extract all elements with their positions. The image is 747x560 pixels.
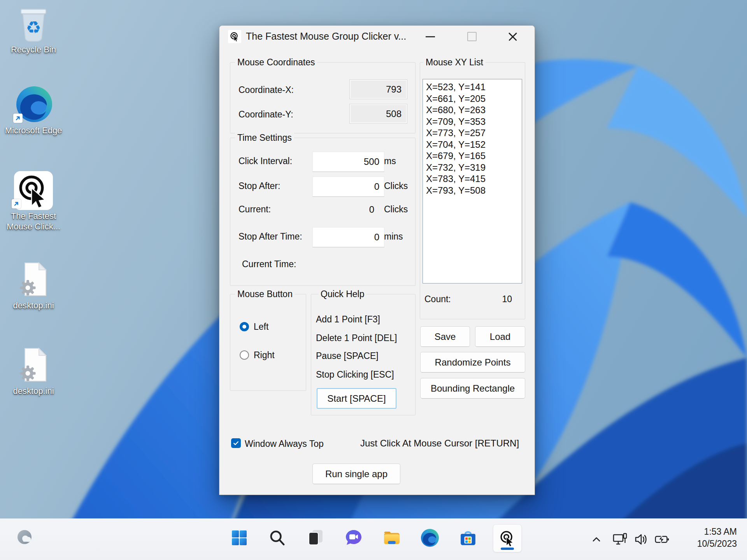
click-interval-input[interactable]: 500 <box>312 152 384 172</box>
ini-file-icon <box>15 260 52 299</box>
file-explorer-button[interactable] <box>379 524 404 551</box>
bounding-rectangle-button[interactable]: Bounding Rectangle <box>420 378 525 399</box>
list-item[interactable]: X=793, Y=508 <box>426 185 522 196</box>
group-label: Quick Help <box>318 289 366 299</box>
active-app-indicator <box>501 548 514 550</box>
stop-after-input[interactable]: 0 <box>312 177 384 197</box>
desktop-icon-edge[interactable]: Microsoft Edge <box>4 85 63 136</box>
window-always-top-checkbox[interactable] <box>231 438 241 448</box>
list-item[interactable]: X=783, Y=415 <box>426 173 522 185</box>
desktop-icon-label: Recycle Bin <box>4 44 63 55</box>
randomize-points-button[interactable]: Randomize Points <box>420 352 525 373</box>
edge-button[interactable] <box>417 524 442 551</box>
list-item[interactable]: X=661, Y=205 <box>426 93 522 105</box>
task-view-button[interactable] <box>303 524 328 551</box>
tray-time: 1:53 AM <box>697 526 737 538</box>
start-button-taskbar[interactable] <box>227 524 252 551</box>
radio-right[interactable] <box>240 350 249 360</box>
shortcut-arrow-icon <box>12 199 21 208</box>
group-label: Mouse XY List <box>423 57 486 68</box>
list-item[interactable]: X=523, Y=141 <box>426 81 522 93</box>
mouse-clicker-taskbar-button[interactable] <box>493 524 522 552</box>
radio-left[interactable] <box>240 322 249 331</box>
desktop-icon-label: Microsoft Edge <box>4 125 63 136</box>
radio-left-label[interactable]: Left <box>254 322 268 332</box>
mouse-clicker-icon <box>13 170 54 209</box>
list-item[interactable]: X=732, Y=319 <box>426 162 522 173</box>
taskbar-clock[interactable]: 1:53 AM 10/5/2023 <box>697 526 737 550</box>
list-item[interactable]: X=773, Y=257 <box>426 127 522 139</box>
stop-after-time-label: Stop After Time: <box>238 231 302 242</box>
list-item[interactable]: X=679, Y=165 <box>426 150 522 162</box>
start-icon <box>230 529 248 547</box>
tray-battery-button[interactable] <box>654 531 670 548</box>
coordinate-y-value: 508 <box>350 104 407 123</box>
volume-icon <box>633 531 649 548</box>
start-button[interactable]: Start [SPACE] <box>317 388 396 409</box>
run-single-app-button[interactable]: Run single app <box>312 464 400 484</box>
minimize-icon <box>426 36 435 37</box>
tray-volume-button[interactable] <box>633 531 649 548</box>
count-label: Count: <box>424 294 451 304</box>
desktop-icon-recycle-bin[interactable]: ♻ Recycle Bin <box>4 4 63 55</box>
maximize-icon <box>467 32 477 41</box>
coordinate-x-label: Coordinate-X: <box>238 85 294 95</box>
file-explorer-icon <box>382 528 402 548</box>
click-interval-unit: ms <box>384 156 396 166</box>
widgets-icon <box>15 528 35 548</box>
click-interval-label: Click Interval: <box>238 156 292 166</box>
battery-icon <box>654 531 670 548</box>
radio-right-label[interactable]: Right <box>254 350 275 360</box>
widgets-button[interactable] <box>12 524 37 551</box>
load-button[interactable]: Load <box>475 326 525 347</box>
svg-text:♻: ♻ <box>26 18 41 37</box>
cursor-hint-text: Just Click At Mouse Cursor [RETURN] <box>360 438 519 449</box>
stop-after-time-unit: mins <box>384 231 403 242</box>
coordinate-y-label: Coordinate-Y: <box>238 109 293 120</box>
list-item[interactable]: X=704, Y=152 <box>426 139 522 150</box>
xy-listbox[interactable]: X=523, Y=141 X=661, Y=205 X=680, Y=263 X… <box>423 79 522 284</box>
desktop-icon-mouse-clicker[interactable]: The Fastest Mouse Click... <box>4 170 63 232</box>
group-label: Time Settings <box>235 133 294 143</box>
chat-icon <box>344 528 363 547</box>
save-button[interactable]: Save <box>420 326 470 347</box>
window-always-top-label[interactable]: Window Always Top <box>245 439 324 449</box>
help-line: Stop Clicking [ESC] <box>316 369 394 380</box>
app-window: The Fastest Mouse Group Clicker v... Mou… <box>219 25 535 495</box>
edge-icon <box>15 85 52 124</box>
taskbar: 1:53 AM 10/5/2023 <box>0 518 747 560</box>
chat-button[interactable] <box>341 524 366 551</box>
close-button[interactable] <box>504 29 522 44</box>
desktop-icon-label: desktop.ini <box>4 300 63 311</box>
desktop-icon-ini-1[interactable]: desktop.ini <box>4 260 63 311</box>
current-unit: Clicks <box>384 204 408 215</box>
group-label: Mouse Button <box>235 289 295 299</box>
tray-network-button[interactable] <box>612 531 628 548</box>
store-button[interactable] <box>456 524 480 551</box>
stop-after-unit: Clicks <box>384 181 408 191</box>
tray-chevron-button[interactable] <box>588 531 605 548</box>
network-icon <box>612 531 628 548</box>
stop-after-time-input[interactable]: 0 <box>312 227 384 247</box>
help-line: Pause [SPACE] <box>316 351 379 361</box>
current-label: Current: <box>238 204 271 215</box>
maximize-button[interactable] <box>463 29 481 44</box>
list-item[interactable]: X=709, Y=353 <box>426 116 522 128</box>
group-label: Mouse Coordinates <box>235 57 317 68</box>
tray-date: 10/5/2023 <box>697 538 737 550</box>
edge-icon <box>420 528 440 548</box>
help-line: Add 1 Point [F3] <box>316 314 380 325</box>
app-logo-icon <box>228 30 241 43</box>
store-icon <box>459 528 477 547</box>
search-button[interactable] <box>265 524 290 551</box>
desktop-icon-ini-2[interactable]: desktop.ini <box>4 345 63 396</box>
ini-file-icon <box>15 345 52 384</box>
coordinate-x-value: 793 <box>350 80 407 99</box>
list-item[interactable]: X=680, Y=263 <box>426 104 522 116</box>
window-title: The Fastest Mouse Group Clicker v... <box>246 31 406 42</box>
titlebar[interactable]: The Fastest Mouse Group Clicker v... <box>219 26 535 47</box>
minimize-button[interactable] <box>421 29 439 44</box>
recycle-bin-icon: ♻ <box>15 4 52 43</box>
task-view-icon <box>306 528 325 547</box>
group-mouse-button: Mouse Button <box>230 294 306 391</box>
